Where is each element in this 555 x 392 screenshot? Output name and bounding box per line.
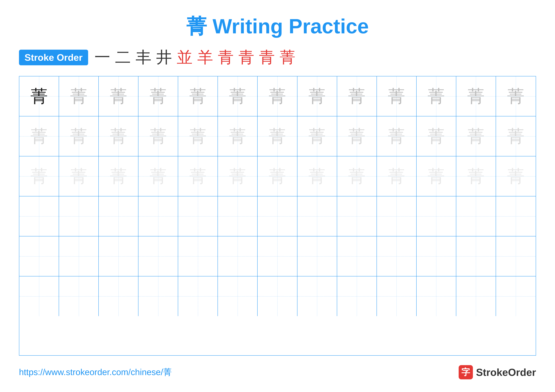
grid-cell[interactable] — [99, 276, 139, 316]
grid-cell[interactable]: 菁 — [297, 116, 337, 156]
grid-cell[interactable] — [178, 236, 218, 276]
grid-row-5 — [19, 236, 536, 276]
grid-cell[interactable]: 菁 — [337, 116, 377, 156]
grid-cell[interactable]: 菁 — [139, 116, 178, 156]
grid-cell[interactable] — [258, 276, 297, 316]
grid-cell[interactable] — [99, 236, 139, 276]
grid-cell[interactable]: 菁 — [496, 116, 536, 156]
grid-cell[interactable] — [218, 276, 258, 316]
grid-cell[interactable]: 菁 — [297, 76, 337, 116]
grid-cell[interactable] — [19, 196, 59, 236]
grid-cell[interactable]: 菁 — [178, 156, 218, 196]
grid-cell[interactable] — [139, 236, 178, 276]
grid-cell[interactable]: 菁 — [19, 116, 59, 156]
char-guide: 菁 — [308, 128, 326, 145]
grid-cell[interactable] — [496, 236, 536, 276]
char-guide: 菁 — [388, 128, 405, 145]
grid-cell[interactable] — [297, 276, 337, 316]
stroke-5: 並 — [177, 47, 193, 68]
grid-cell[interactable]: 菁 — [258, 116, 297, 156]
grid-cell[interactable]: 菁 — [337, 156, 377, 196]
grid-cell[interactable] — [59, 276, 99, 316]
grid-cell[interactable] — [139, 276, 178, 316]
grid-cell[interactable] — [337, 236, 377, 276]
grid-cell[interactable]: 菁 — [218, 76, 258, 116]
grid-cell[interactable]: 菁 — [416, 156, 456, 196]
grid-cell[interactable] — [178, 196, 218, 236]
grid-cell[interactable] — [178, 276, 218, 316]
char-guide: 菁 — [70, 128, 88, 145]
grid-cell[interactable] — [416, 236, 456, 276]
grid-cell[interactable]: 菁 — [456, 76, 496, 116]
grid-cell[interactable] — [19, 236, 59, 276]
char-guide: 菁 — [388, 88, 405, 105]
grid-cell[interactable]: 菁 — [99, 76, 139, 116]
grid-cell[interactable]: 菁 — [99, 116, 139, 156]
grid-cell[interactable]: 菁 — [178, 76, 218, 116]
char-guide: 菁 — [269, 128, 286, 145]
char-guide: 菁 — [308, 88, 326, 105]
grid-cell[interactable]: 菁 — [139, 156, 178, 196]
footer-url[interactable]: https://www.strokeorder.com/chinese/菁 — [19, 366, 172, 378]
page-title: 菁 Writing Practice — [186, 13, 369, 41]
grid-cell[interactable]: 菁 — [59, 116, 99, 156]
grid-cell[interactable]: 菁 — [377, 76, 416, 116]
char-guide: 菁 — [229, 128, 246, 145]
grid-cell[interactable]: 菁 — [258, 76, 297, 116]
grid-cell[interactable] — [456, 236, 496, 276]
grid-cell[interactable]: 菁 — [377, 116, 416, 156]
grid-cell[interactable] — [377, 276, 416, 316]
stroke-9: 青 — [259, 47, 275, 68]
char-guide: 菁 — [150, 128, 167, 145]
grid-cell[interactable] — [59, 196, 99, 236]
grid-cell[interactable] — [377, 236, 416, 276]
grid-cell[interactable]: 菁 — [19, 76, 59, 116]
grid-cell[interactable] — [258, 196, 297, 236]
grid-cell[interactable] — [337, 196, 377, 236]
page: 菁 Writing Practice Stroke Order 一 二 丰 井 … — [0, 0, 555, 392]
char-guide: 菁 — [308, 168, 326, 185]
grid-cell[interactable] — [297, 236, 337, 276]
grid-cell[interactable] — [456, 276, 496, 316]
grid-cell[interactable] — [337, 276, 377, 316]
stroke-8: 青 — [238, 47, 254, 68]
char-guide: 菁 — [507, 128, 525, 145]
grid-cell[interactable] — [99, 196, 139, 236]
grid-cell[interactable] — [258, 236, 297, 276]
grid-cell[interactable] — [496, 276, 536, 316]
grid-cell[interactable]: 菁 — [416, 76, 456, 116]
grid-cell[interactable]: 菁 — [337, 76, 377, 116]
grid-cell[interactable]: 菁 — [377, 156, 416, 196]
grid-cell[interactable]: 菁 — [297, 156, 337, 196]
grid-cell[interactable]: 菁 — [496, 156, 536, 196]
stroke-4: 井 — [156, 47, 172, 68]
grid-cell[interactable]: 菁 — [258, 156, 297, 196]
grid-cell[interactable]: 菁 — [218, 116, 258, 156]
grid-cell[interactable]: 菁 — [218, 156, 258, 196]
grid-cell[interactable] — [139, 196, 178, 236]
grid-cell[interactable] — [218, 196, 258, 236]
grid-cell[interactable]: 菁 — [59, 156, 99, 196]
grid-cell[interactable]: 菁 — [178, 116, 218, 156]
grid-cell[interactable]: 菁 — [456, 156, 496, 196]
grid-cell[interactable]: 菁 — [496, 76, 536, 116]
grid-cell[interactable] — [19, 276, 59, 316]
char-guide: 菁 — [269, 88, 286, 105]
grid-cell[interactable]: 菁 — [59, 76, 99, 116]
grid-cell[interactable]: 菁 — [99, 156, 139, 196]
char-guide: 菁 — [467, 168, 485, 185]
grid-cell[interactable] — [456, 196, 496, 236]
grid-cell[interactable] — [496, 196, 536, 236]
grid-cell[interactable] — [297, 196, 337, 236]
grid-cell[interactable]: 菁 — [456, 116, 496, 156]
grid-cell[interactable]: 菁 — [19, 156, 59, 196]
grid-cell[interactable] — [377, 196, 416, 236]
grid-cell[interactable] — [416, 196, 456, 236]
grid-cell[interactable] — [218, 236, 258, 276]
title-text: Writing Practice — [207, 15, 369, 38]
grid-cell[interactable]: 菁 — [416, 116, 456, 156]
grid-cell[interactable] — [416, 276, 456, 316]
char-guide: 菁 — [189, 128, 207, 145]
grid-cell[interactable]: 菁 — [139, 76, 178, 116]
grid-cell[interactable] — [59, 236, 99, 276]
